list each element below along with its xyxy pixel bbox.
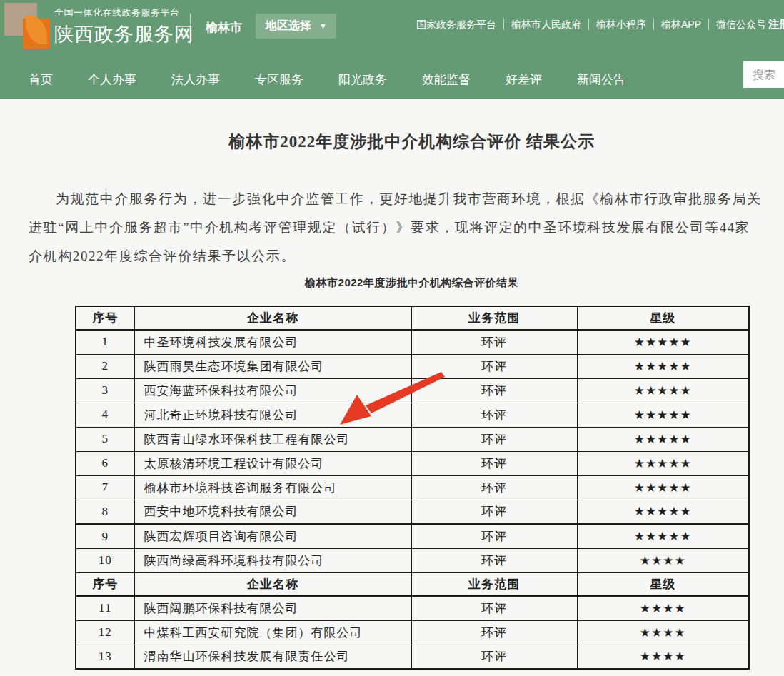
search-input[interactable] <box>743 61 784 88</box>
cell-company-name: 陕西阔鹏环保科技有限公司 <box>134 596 411 620</box>
cell-serial-number: 4 <box>76 403 134 427</box>
top-link[interactable]: 榆林APP <box>653 19 708 30</box>
cell-business-scope: 环评 <box>411 475 577 500</box>
nav-item[interactable]: 首页 <box>29 71 53 88</box>
table-row: 11陕西阔鹏环保科技有限公司环评★★★★ <box>76 596 749 620</box>
column-header: 序号 <box>76 572 134 596</box>
header-divider <box>190 14 191 44</box>
table-row: 5陕西青山绿水环保科技工程有限公司环评★★★★★ <box>76 427 749 451</box>
top-links: 国家政务服务平台榆林市人民政府榆林小程序榆林APP微信公众号 <box>409 19 773 30</box>
paragraph-line: 介机构2022年度综合评价结果予以公示。 <box>29 242 784 271</box>
star-rating: ★★★★★ <box>577 354 749 378</box>
cell-serial-number: 13 <box>76 645 134 669</box>
top-link[interactable]: 国家政务服务平台 <box>409 19 503 30</box>
cell-business-scope: 环评 <box>411 354 577 378</box>
cell-business-scope: 环评 <box>411 378 577 403</box>
cell-serial-number: 2 <box>76 354 134 378</box>
cell-serial-number: 10 <box>76 548 134 572</box>
cell-company-name: 河北奇正环境科技有限公司 <box>134 403 411 427</box>
nav-item[interactable]: 专区服务 <box>255 71 303 88</box>
top-link[interactable]: 榆林市人民政府 <box>503 19 588 30</box>
table-row: 12中煤科工西安研究院（集团）有限公司环评★★★★ <box>76 620 749 645</box>
cell-serial-number: 12 <box>76 620 134 645</box>
table-row: 3西安海蓝环保科技有限公司环评★★★★★ <box>76 378 749 403</box>
cell-serial-number: 6 <box>76 451 134 475</box>
current-city-label: 榆林市 <box>206 19 242 36</box>
cell-company-name: 西安中地环境科技有限公司 <box>134 500 411 524</box>
table-row: 4河北奇正环境科技有限公司环评★★★★★ <box>76 403 749 427</box>
nav-item[interactable]: 法人办事 <box>171 71 220 88</box>
table-caption: 榆林市2022年度涉批中介机构综合评价结果 <box>75 276 748 290</box>
cell-company-name: 榆林市环境科技咨询服务有限公司 <box>134 475 411 500</box>
star-rating: ★★★★★ <box>577 524 749 548</box>
cell-company-name: 陕西宏辉项目咨询有限公司 <box>134 524 411 548</box>
results-table-body: 序号企业名称业务范围星级1中圣环境科技发展有限公司环评★★★★★2陕西雨昊生态环… <box>76 306 749 669</box>
cell-company-name: 渭南华山环保科技发展有限责任公司 <box>134 645 411 669</box>
cell-serial-number: 3 <box>76 378 134 403</box>
top-link[interactable]: 榆林小程序 <box>588 19 653 30</box>
star-rating: ★★★★★ <box>577 427 749 451</box>
cell-business-scope: 环评 <box>411 451 577 475</box>
cell-serial-number: 8 <box>76 500 134 524</box>
region-selector-label: 地区选择 <box>266 19 311 31</box>
cell-company-name: 中圣环境科技发展有限公司 <box>134 330 411 354</box>
column-header: 企业名称 <box>134 306 411 330</box>
nav-item[interactable]: 好差评 <box>506 71 542 88</box>
table-row: 10陕西尚绿高科环境科技有限公司环评★★★★ <box>76 548 749 572</box>
cell-company-name: 陕西雨昊生态环境集团有限公司 <box>134 354 411 378</box>
table-row: 13渭南华山环保科技发展有限责任公司环评★★★★ <box>76 645 749 669</box>
announcement-article: 榆林市2022年度涉批中介机构综合评价 结果公示 为规范中介服务行为，进一步强化… <box>0 131 784 670</box>
cell-serial-number: 9 <box>76 524 134 548</box>
star-rating: ★★★★★ <box>577 475 749 500</box>
page-title: 榆林市2022年度涉批中介机构综合评价 结果公示 <box>75 131 748 153</box>
main-nav: 首页个人办事法人办事专区服务阳光政务效能监督好差评新闻公告 <box>29 71 625 88</box>
nav-item[interactable]: 个人办事 <box>88 71 136 88</box>
cell-business-scope: 环评 <box>411 403 577 427</box>
cell-business-scope: 环评 <box>411 330 577 354</box>
site-name: 陕西政务服务网 <box>54 21 194 47</box>
column-header: 业务范围 <box>411 572 577 596</box>
star-rating: ★★★★★ <box>577 378 749 403</box>
cell-serial-number: 5 <box>76 427 134 451</box>
site-logo <box>4 3 50 51</box>
cell-company-name: 西安海蓝环保科技有限公司 <box>134 378 411 403</box>
register-link[interactable]: 注册 <box>768 18 784 31</box>
table-row: 7榆林市环境科技咨询服务有限公司环评★★★★★ <box>76 475 749 500</box>
cell-company-name: 中煤科工西安研究院（集团）有限公司 <box>134 620 411 645</box>
nav-item[interactable]: 阳光政务 <box>338 71 387 88</box>
column-header: 星级 <box>577 306 749 330</box>
star-rating: ★★★★★ <box>577 500 749 524</box>
paragraph-line: 为规范中介服务行为，进一步强化中介监管工作，更好地提升我市营商环境，根据《榆林市… <box>29 185 784 213</box>
star-rating: ★★★★ <box>577 548 749 572</box>
cell-company-name: 太原核清环境工程设计有限公司 <box>134 451 411 475</box>
column-header: 序号 <box>76 306 134 330</box>
cell-business-scope: 环评 <box>411 427 577 451</box>
cell-company-name: 陕西尚绿高科环境科技有限公司 <box>134 548 411 572</box>
cell-business-scope: 环评 <box>411 596 577 620</box>
cell-serial-number: 11 <box>76 596 134 620</box>
star-rating: ★★★★ <box>577 596 749 620</box>
table-row: 2陕西雨昊生态环境集团有限公司环评★★★★★ <box>76 354 749 378</box>
star-rating: ★★★★ <box>577 645 749 669</box>
nav-item[interactable]: 效能监督 <box>422 71 471 88</box>
chevron-down-icon: ▼ <box>319 22 326 30</box>
site-header: 全国一体化在线政务服务平台 陕西政务服务网 榆林市 地区选择 ▼ 国家政务服务平… <box>0 0 784 99</box>
column-header: 企业名称 <box>134 572 411 596</box>
cell-business-scope: 环评 <box>411 548 577 572</box>
cell-business-scope: 环评 <box>411 645 577 669</box>
cell-serial-number: 1 <box>76 330 134 354</box>
top-link[interactable]: 微信公众号 <box>708 19 773 30</box>
cell-business-scope: 环评 <box>411 620 577 645</box>
nav-item[interactable]: 新闻公告 <box>577 71 625 88</box>
table-header-row: 序号企业名称业务范围星级 <box>76 572 749 596</box>
star-rating: ★★★★★ <box>577 451 749 475</box>
star-rating: ★★★★ <box>577 620 749 645</box>
star-rating: ★★★★★ <box>577 403 749 427</box>
table-row: 8西安中地环境科技有限公司环评★★★★★ <box>76 500 749 524</box>
column-header: 星级 <box>577 572 749 596</box>
region-selector-button[interactable]: 地区选择 ▼ <box>256 14 336 39</box>
column-header: 业务范围 <box>411 306 577 330</box>
evaluation-results-table: 序号企业名称业务范围星级1中圣环境科技发展有限公司环评★★★★★2陕西雨昊生态环… <box>75 306 750 670</box>
brand-text: 全国一体化在线政务服务平台 陕西政务服务网 <box>54 6 194 47</box>
cell-business-scope: 环评 <box>411 524 577 548</box>
